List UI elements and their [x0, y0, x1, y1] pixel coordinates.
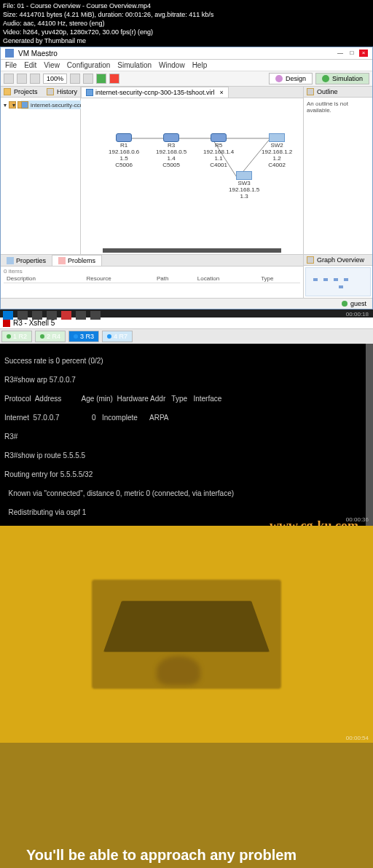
meta-generated: Generated by Thumbnail me [3, 36, 370, 45]
projects-tab[interactable]: Projects History [1, 87, 80, 98]
canvas-scrollbar[interactable] [103, 248, 281, 253]
bottom-panels: Properties Problems 0 items Description … [1, 254, 372, 298]
terminal-title: R3 - Xshell 5 [13, 319, 55, 327]
meta-audio: Audio: aac, 44100 Hz, stereo (eng) [3, 19, 370, 28]
titlebar[interactable]: VM Maestro — □ × [1, 47, 372, 60]
topology-canvas[interactable]: R1 192.168.0.6 1.5 C5006 R3 192.168.0.5 … [81, 98, 303, 254]
term-line: Internet 57.0.0.7 0 Incomplete ARPA [4, 413, 369, 422]
menubar: File Edit View Configuration Simulation … [1, 60, 372, 71]
switch-icon [236, 171, 252, 180]
term-line: R3# [4, 432, 369, 441]
term-line: R3#show arp 57.0.0.7 [4, 375, 369, 384]
term-line: Redistributing via ospf 1 [4, 508, 369, 517]
minimize-button[interactable]: — [336, 50, 345, 57]
term-line: Known via "connected", distance 0, metri… [4, 489, 369, 498]
video-metadata: File: 01 - Course Overview - Course Over… [0, 0, 373, 47]
design-mode-button[interactable]: Design [269, 73, 313, 84]
properties-icon [7, 257, 14, 264]
terminal-scrollbar[interactable] [366, 344, 373, 526]
node-sw3[interactable]: SW3 192.168.1.5 1.3 [229, 171, 259, 200]
right-panel: Outline An outline is not available. [303, 87, 372, 254]
vm-maestro-window: VM Maestro — □ × File Edit View Configur… [0, 47, 373, 309]
switch-icon [269, 133, 285, 142]
close-button[interactable]: × [359, 50, 368, 57]
menu-view[interactable]: View [44, 61, 60, 69]
problems-table: Description Resource Path Location Type [4, 275, 300, 283]
node-r1[interactable]: R1 192.168.0.6 1.5 C5006 [109, 133, 139, 168]
router-icon [116, 133, 132, 142]
project-tree: ▾My Topologies ▾TSHOOT (internet-securit… [1, 98, 80, 103]
window-title: VM Maestro [18, 50, 58, 58]
col-path[interactable]: Path [154, 275, 195, 283]
col-description[interactable]: Description [4, 275, 84, 283]
menu-simulation[interactable]: Simulation [117, 61, 152, 69]
simulation-mode-button[interactable]: Simulation [315, 73, 369, 84]
session-tab-r3[interactable]: 3 R3 [68, 331, 99, 342]
status-indicator-icon [342, 301, 348, 307]
history-tab-label[interactable]: History [57, 88, 77, 95]
zoom-out-icon[interactable] [83, 74, 93, 84]
tab-close-icon[interactable]: × [220, 89, 224, 96]
watermark: www.cg-ku.com [270, 518, 358, 526]
status-bar: guest [1, 298, 372, 309]
link-lines [81, 98, 303, 254]
graph-overview-panel: Graph Overview [303, 255, 372, 298]
node-sw2[interactable]: SW2 192.168.1.2 1.2 C4002 [262, 133, 292, 168]
router-icon [211, 133, 227, 142]
node-r3[interactable]: R3 192.168.0.5 1.4 C5005 [156, 133, 186, 168]
term-line: Routing entry for 5.5.5.5/32 [4, 470, 369, 479]
menu-edit[interactable]: Edit [24, 61, 36, 69]
properties-tab[interactable]: Properties [1, 255, 52, 266]
main-area: Projects History ▾My Topologies ▾TSHOOT … [1, 87, 372, 254]
menu-configuration[interactable]: Configuration [67, 61, 110, 69]
col-type[interactable]: Type [258, 275, 300, 283]
xshell-icon [3, 320, 10, 327]
graph-minimap[interactable] [305, 267, 371, 296]
problems-panel: Properties Problems 0 items Description … [1, 255, 303, 298]
menu-file[interactable]: File [5, 61, 17, 69]
toolbar: 100% Design Simulation [1, 71, 372, 87]
thumbnail-timestamp: 00:00:18 [0, 311, 373, 317]
run-icon[interactable] [96, 74, 106, 84]
session-tab-r2[interactable]: 1 R2 [1, 331, 32, 342]
term-line: Success rate is 0 percent (0/2) [4, 356, 369, 366]
topology-icon [86, 89, 93, 96]
term-line: Protocol Address Age (min) Hardware Addr… [4, 394, 369, 403]
col-location[interactable]: Location [195, 275, 258, 283]
projects-icon [4, 88, 11, 95]
zoom-level[interactable]: 100% [43, 74, 67, 84]
left-panel: Projects History ▾My Topologies ▾TSHOOT … [1, 87, 81, 254]
save-icon[interactable] [17, 74, 27, 84]
center-panel: internet-security-ccnp-300-135-tshoot.vi… [81, 87, 303, 254]
promo-text: You'll be able to approach any problem r… [26, 845, 347, 868]
graph-overview-tab[interactable]: Graph Overview [304, 255, 372, 266]
menu-window[interactable]: Window [159, 61, 185, 69]
problems-icon [58, 257, 66, 264]
promo-frame-1: 00:00:54 [0, 526, 373, 743]
session-tab-r4[interactable]: 2 R4 [35, 331, 66, 342]
new-icon[interactable] [4, 74, 14, 84]
problems-tab[interactable]: Problems [52, 255, 102, 266]
stop-icon[interactable] [109, 74, 119, 84]
hand-graphic [157, 656, 200, 685]
term-line: R3#show ip route 5.5.5.5 [4, 451, 369, 460]
editor-tabs: internet-security-ccnp-300-135-tshoot.vi… [81, 87, 303, 98]
terminal-output[interactable]: Success rate is 0 percent (0/2) R3#show … [0, 344, 373, 526]
meta-file: File: 01 - Course Overview - Course Over… [3, 1, 370, 10]
menu-help[interactable]: Help [192, 61, 208, 69]
thumbnail-timestamp: 00:00:54 [346, 735, 369, 741]
meta-video: Video: h264, yuv420p, 1280x720, 30.00 fp… [3, 28, 370, 36]
col-resource[interactable]: Resource [84, 275, 154, 283]
topology-tab[interactable]: internet-security-ccnp-300-135-tshoot.vi… [81, 87, 229, 98]
laptop-screen-graphic [103, 601, 270, 652]
outline-icon [307, 88, 314, 95]
router-icon [163, 133, 179, 142]
app-icon [5, 49, 14, 58]
items-count: 0 items [4, 268, 300, 275]
zoom-in-icon[interactable] [70, 74, 80, 84]
open-icon[interactable] [30, 74, 40, 84]
outline-tab[interactable]: Outline [304, 87, 372, 98]
session-tab-r7[interactable]: 4 R7 [102, 331, 133, 342]
node-r5[interactable]: R5 192.168.1.4 1.1 C4001 [203, 133, 234, 168]
maximize-button[interactable]: □ [348, 50, 356, 57]
